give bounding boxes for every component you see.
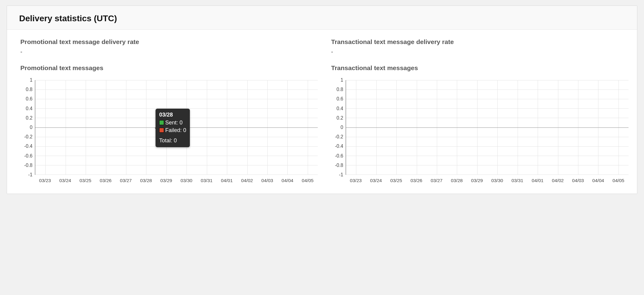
transactional-column: Transactional text message delivery rate… — [326, 38, 629, 183]
tooltip-total: Total: 0 — [159, 137, 186, 144]
x-tick: 04/03 — [568, 178, 588, 183]
x-tick: 03/29 — [156, 178, 176, 183]
promotional-rate-value: - — [20, 49, 318, 55]
plot-area[interactable] — [346, 80, 629, 175]
x-tick: 03/28 — [136, 178, 156, 183]
x-tick: 04/01 — [217, 178, 237, 183]
x-tick: 04/04 — [277, 178, 298, 183]
transactional-rate-label: Transactional text message delivery rate — [331, 38, 629, 46]
x-tick: 03/31 — [197, 178, 217, 183]
x-tick: 03/26 — [96, 178, 116, 183]
x-tick: 03/24 — [55, 178, 76, 183]
x-tick: 04/05 — [608, 178, 629, 183]
x-tick: 03/25 — [75, 178, 96, 183]
swatch-sent-icon — [159, 120, 164, 125]
promotional-chart-title: Promotional text messages — [20, 64, 318, 72]
x-tick: 03/30 — [487, 178, 508, 183]
tooltip-failed-label: Failed: 0 — [165, 127, 186, 134]
panel-title: Delivery statistics (UTC) — [19, 14, 625, 23]
x-tick: 03/23 — [35, 178, 55, 183]
tooltip-failed-row: Failed: 0 — [159, 127, 186, 134]
x-tick: 03/30 — [176, 178, 197, 183]
chart-tooltip: 03/28Sent: 0Failed: 0Total: 0 — [156, 109, 190, 147]
x-tick: 04/04 — [588, 178, 608, 183]
x-tick: 04/02 — [548, 178, 568, 183]
x-axis: 03/2303/2403/2503/2603/2703/2803/2903/30… — [346, 175, 629, 183]
x-tick: 04/02 — [237, 178, 257, 183]
transactional-chart-title: Transactional text messages — [331, 64, 629, 72]
x-tick: 03/24 — [366, 178, 386, 183]
x-tick: 03/29 — [467, 178, 487, 183]
x-tick: 03/31 — [507, 178, 528, 183]
promotional-chart[interactable]: 10.80.60.40.20-0.2-0.4-0.6-0.8-103/2303/… — [15, 80, 318, 183]
transactional-chart[interactable]: 10.80.60.40.20-0.2-0.4-0.6-0.8-103/2303/… — [326, 80, 629, 183]
x-tick: 04/05 — [298, 178, 318, 183]
x-tick: 03/28 — [447, 178, 467, 183]
swatch-failed-icon — [159, 128, 164, 133]
transactional-rate-value: - — [331, 49, 629, 55]
tooltip-sent-label: Sent: 0 — [165, 119, 183, 126]
delivery-statistics-panel: Delivery statistics (UTC) Promotional te… — [7, 5, 637, 194]
tooltip-sent-row: Sent: 0 — [159, 119, 186, 126]
promotional-rate-label: Promotional text message delivery rate — [20, 38, 318, 46]
x-tick: 04/01 — [528, 178, 548, 183]
tooltip-date: 03/28 — [159, 111, 186, 118]
y-axis: 10.80.60.40.20-0.2-0.4-0.6-0.8-1 — [15, 80, 35, 175]
x-tick: 04/03 — [257, 178, 278, 183]
x-tick: 03/26 — [406, 178, 427, 183]
x-tick: 03/27 — [426, 178, 447, 183]
promotional-column: Promotional text message delivery rate -… — [15, 38, 318, 183]
x-axis: 03/2303/2403/2503/2603/2703/2803/2903/30… — [35, 175, 318, 183]
x-tick: 03/23 — [346, 178, 366, 183]
panel-header: Delivery statistics (UTC) — [7, 6, 637, 30]
y-axis: 10.80.60.40.20-0.2-0.4-0.6-0.8-1 — [326, 80, 346, 175]
x-tick: 03/25 — [386, 178, 406, 183]
x-tick: 03/27 — [116, 178, 136, 183]
